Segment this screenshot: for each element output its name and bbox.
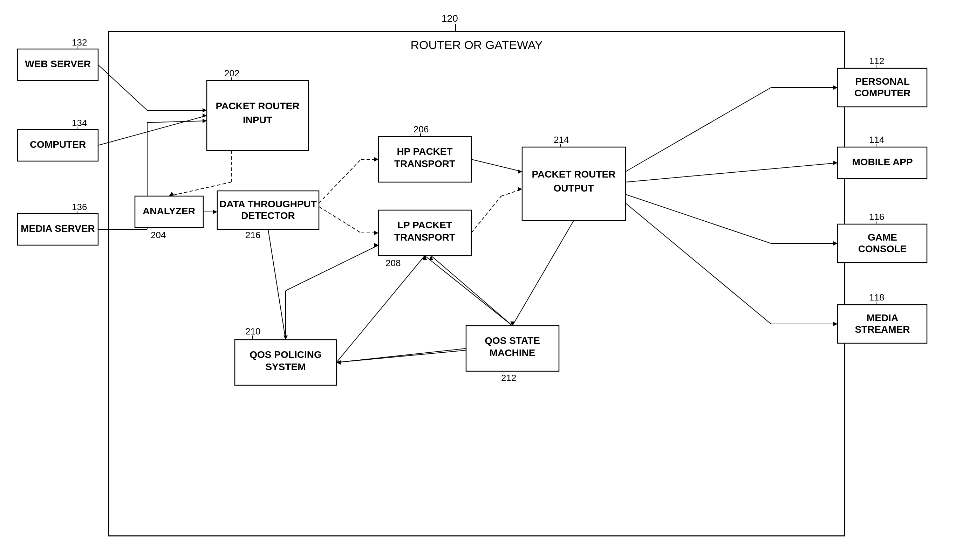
ref-118: 118	[869, 292, 884, 303]
ref-216: 216	[245, 230, 260, 240]
ref-212: 212	[501, 373, 516, 383]
ref-206: 206	[414, 124, 429, 135]
computer-label: COMPUTER	[30, 139, 86, 150]
hp-pt-label1: HP PACKET	[397, 146, 453, 157]
qsm-label2: MACHINE	[489, 347, 535, 358]
pro-label1: PACKET ROUTER	[531, 169, 615, 180]
ref-112: 112	[869, 56, 884, 66]
ref-210: 210	[245, 326, 260, 337]
ms-label2: STREAMER	[855, 324, 910, 335]
qps-label2: SYSTEM	[265, 361, 306, 372]
pc-label1: PERSONAL	[855, 76, 910, 87]
qps-label1: QOS POLICING	[250, 349, 321, 360]
ms-label1: MEDIA	[866, 312, 898, 323]
ref-120: 120	[442, 13, 458, 24]
ref-208: 208	[385, 258, 401, 268]
lp-pt-label2: TRANSPORT	[394, 232, 455, 243]
gc-label2: CONSOLE	[858, 243, 907, 254]
ref-214: 214	[554, 135, 569, 145]
packet-router-input-label2: INPUT	[243, 115, 272, 125]
qsm-label1: QOS STATE	[485, 335, 540, 346]
dtd-label1: DATA THROUGHPUT	[219, 199, 317, 209]
pc-label2: COMPUTER	[854, 88, 910, 99]
ref-132: 132	[72, 37, 87, 48]
gc-label1: GAME	[868, 232, 897, 243]
router-gateway-title: ROUTER OR GATEWAY	[410, 38, 542, 52]
ref-136: 136	[72, 202, 87, 212]
ref-116: 116	[869, 212, 884, 222]
hp-pt-label2: TRANSPORT	[394, 158, 455, 169]
analyzer-label: ANALYZER	[143, 205, 195, 216]
pro-label2: OUTPUT	[553, 183, 594, 194]
ref-202: 202	[224, 68, 239, 78]
web-server-label: WEB SERVER	[25, 58, 91, 69]
packet-router-input-label: PACKET ROUTER	[215, 100, 299, 111]
lp-pt-label1: LP PACKET	[398, 220, 452, 231]
dtd-label2: DETECTOR	[241, 210, 295, 221]
ref-134: 134	[72, 118, 87, 128]
ref-204: 204	[151, 230, 166, 240]
media-server-label: MEDIA SERVER	[21, 223, 95, 234]
ref-114: 114	[869, 135, 884, 145]
mobile-app-label: MOBILE APP	[852, 157, 912, 168]
diagram-container: ROUTER OR GATEWAY 120 WEB SERVER 132 COM…	[0, 0, 956, 560]
